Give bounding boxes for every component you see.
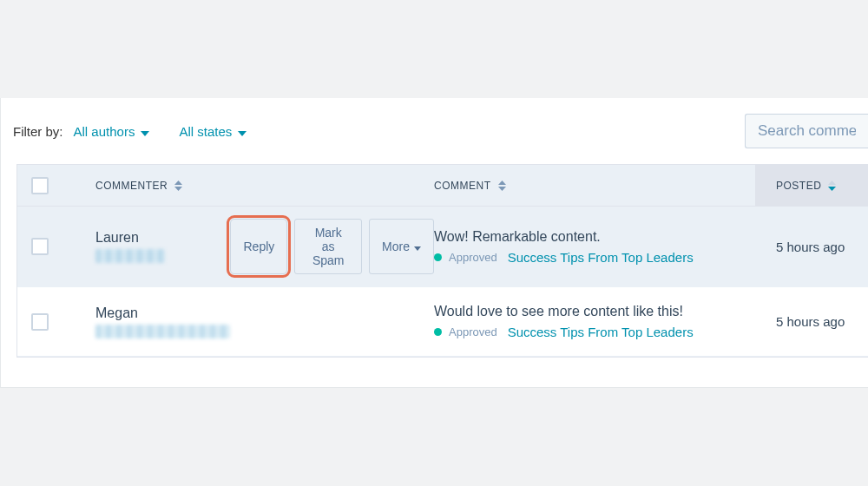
row-select-cell [17, 313, 69, 331]
filter-bar: Filter by: All authors All states [1, 98, 868, 164]
caret-down-icon [414, 240, 421, 253]
row-checkbox[interactable] [31, 313, 49, 331]
comment-text: Would love to see more content like this… [434, 304, 755, 319]
commenter-name: Lauren [95, 230, 213, 246]
row-actions: ReplyMark as SpamMore [230, 219, 434, 274]
authors-filter[interactable]: All authors [74, 124, 150, 139]
header-commenter[interactable]: COMMENTER [69, 165, 434, 206]
authors-filter-label: All authors [74, 124, 135, 139]
status-label: Approved [449, 251, 497, 264]
comments-panel: Filter by: All authors All states COMMEN… [0, 98, 868, 388]
comment-cell: Would love to see more content like this… [434, 304, 755, 339]
caret-down-icon [238, 124, 247, 139]
mark-as-spam-button[interactable]: Mark as Spam [294, 219, 362, 274]
sort-icon [174, 181, 182, 191]
posted-cell: 5 hours ago [755, 240, 868, 254]
search-input[interactable] [745, 114, 868, 148]
commenter-cell: LaurenReplyMark as SpamMore [69, 219, 434, 274]
row-checkbox[interactable] [31, 238, 49, 255]
article-link[interactable]: Success Tips From Top Leaders [508, 325, 694, 339]
caret-down-icon [141, 124, 149, 139]
status-dot-icon [434, 328, 442, 336]
comment-meta: ApprovedSuccess Tips From Top Leaders [434, 250, 755, 265]
table-row[interactable]: MeganWould love to see more content like… [17, 287, 868, 357]
status-dot-icon [434, 253, 442, 261]
commenter-cell: Megan [69, 305, 434, 338]
commenter-name: Megan [95, 305, 234, 321]
article-link[interactable]: Success Tips From Top Leaders [508, 250, 694, 265]
comment-text: Wow! Remarkable content. [434, 229, 755, 245]
table-header: COMMENTER COMMENT POSTED [17, 165, 868, 207]
more-button[interactable]: More [369, 219, 434, 274]
comment-cell: Wow! Remarkable content.ApprovedSuccess … [434, 229, 755, 265]
header-comment-label: COMMENT [434, 180, 491, 192]
header-select-all[interactable] [17, 165, 69, 206]
comments-table: COMMENTER COMMENT POSTED [16, 164, 868, 358]
states-filter[interactable]: All states [179, 124, 247, 139]
header-comment[interactable]: COMMENT [434, 165, 755, 206]
states-filter-label: All states [179, 124, 232, 139]
table-row[interactable]: LaurenReplyMark as SpamMoreWow! Remarkab… [17, 207, 868, 287]
filter-label: Filter by: [13, 124, 63, 139]
row-select-cell [17, 238, 69, 255]
header-posted-label: POSTED [776, 180, 821, 192]
sort-icon [828, 181, 836, 191]
reply-button[interactable]: Reply [230, 219, 287, 274]
status-label: Approved [449, 325, 497, 338]
comment-meta: ApprovedSuccess Tips From Top Leaders [434, 325, 755, 339]
posted-cell: 5 hours ago [755, 314, 868, 329]
commenter-email-redacted [95, 249, 165, 263]
select-all-checkbox[interactable] [31, 177, 49, 194]
commenter-email-redacted [95, 325, 230, 338]
sort-icon [498, 181, 506, 191]
search-container [745, 114, 868, 148]
header-posted[interactable]: POSTED [755, 165, 868, 206]
header-commenter-label: COMMENTER [95, 180, 168, 192]
